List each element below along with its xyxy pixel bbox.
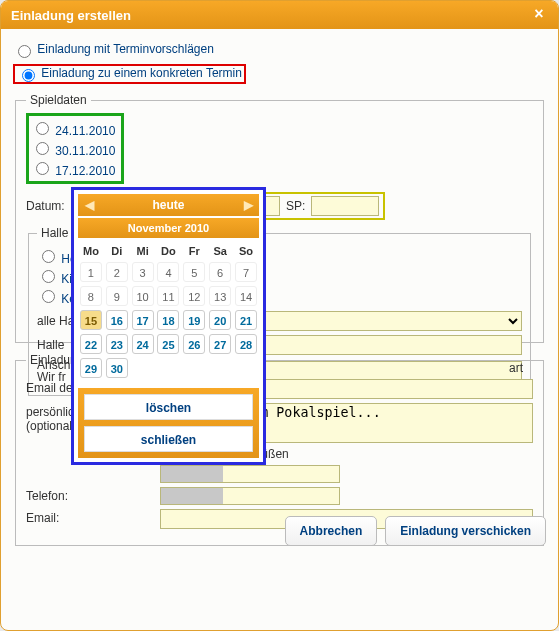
day-14[interactable]: 14 xyxy=(235,286,257,306)
day-19[interactable]: 19 xyxy=(183,310,205,330)
halle-legend: Halle xyxy=(37,226,72,240)
day-11[interactable]: 11 xyxy=(157,286,179,306)
cancel-button[interactable]: Abbrechen xyxy=(285,516,378,546)
day-15[interactable]: 15 xyxy=(80,310,102,330)
day-23[interactable]: 23 xyxy=(106,334,128,354)
calendar: MoDiMiDoFrSaSo 1234567891011121314151617… xyxy=(78,242,259,380)
day-22[interactable]: 22 xyxy=(80,334,102,354)
datepicker-button-row: löschen schließen xyxy=(78,388,259,458)
day-26[interactable]: 26 xyxy=(183,334,205,354)
datum-label: Datum: xyxy=(26,199,65,213)
signature-progress xyxy=(160,465,340,483)
day-8[interactable]: 8 xyxy=(80,286,102,306)
option-concrete-radio[interactable] xyxy=(22,69,35,82)
option-suggestions-label: Einladung mit Terminvorschlägen xyxy=(37,42,214,56)
telefon-label: Telefon: xyxy=(26,487,154,503)
datepicker-heute-bar: ◀ heute ▶ xyxy=(78,194,259,216)
sp-input[interactable] xyxy=(311,196,379,216)
dialog-buttons: Abbrechen Einladung verschicken xyxy=(285,516,546,546)
day-21[interactable]: 21 xyxy=(235,310,257,330)
weekday-Di: Di xyxy=(104,242,130,260)
day-9[interactable]: 9 xyxy=(106,286,128,306)
option-concrete-label: Einladung zu einem konkreten Termin xyxy=(41,66,242,80)
day-3[interactable]: 3 xyxy=(132,262,154,282)
day-4[interactable]: 4 xyxy=(157,262,179,282)
day-16[interactable]: 16 xyxy=(106,310,128,330)
date-option-1[interactable]: 30.11.2010 xyxy=(31,139,115,158)
date-options-box: 24.11.2010 30.11.2010 17.12.2010 xyxy=(26,113,124,184)
close-icon[interactable]: × xyxy=(530,6,548,24)
datepicker-prev-icon[interactable]: ◀ xyxy=(80,194,98,216)
day-17[interactable]: 17 xyxy=(132,310,154,330)
send-button[interactable]: Einladung verschicken xyxy=(385,516,546,546)
datepicker-delete-button[interactable]: löschen xyxy=(84,394,253,420)
halle-opt-right: ule xyxy=(237,246,522,260)
day-18[interactable]: 18 xyxy=(157,310,179,330)
day-10[interactable]: 10 xyxy=(132,286,154,306)
option-concrete[interactable]: Einladung zu einem konkreten Termin xyxy=(13,64,246,84)
datepicker-close-button[interactable]: schließen xyxy=(84,426,253,452)
day-13[interactable]: 13 xyxy=(209,286,231,306)
sp-label: SP: xyxy=(286,199,305,213)
date-option-0[interactable]: 24.11.2010 xyxy=(31,119,115,138)
day-28[interactable]: 28 xyxy=(235,334,257,354)
calendar-body: 1234567891011121314151617181920212223242… xyxy=(78,260,259,380)
datepicker-next-icon[interactable]: ▶ xyxy=(239,194,257,216)
day-5[interactable]: 5 xyxy=(183,262,205,282)
email2-label: Email: xyxy=(26,509,154,525)
option-suggestions-radio[interactable] xyxy=(18,45,31,58)
weekday-So: So xyxy=(233,242,259,260)
day-12[interactable]: 12 xyxy=(183,286,205,306)
datepicker-month: November 2010 xyxy=(78,218,259,238)
window-title: Einladung erstellen xyxy=(11,8,131,23)
day-7[interactable]: 7 xyxy=(235,262,257,282)
day-20[interactable]: 20 xyxy=(209,310,231,330)
day-6[interactable]: 6 xyxy=(209,262,231,282)
day-25[interactable]: 25 xyxy=(157,334,179,354)
day-2[interactable]: 2 xyxy=(106,262,128,282)
weekday-Fr: Fr xyxy=(181,242,207,260)
spieldaten-legend: Spieldaten xyxy=(26,93,91,107)
telefon-progress xyxy=(160,487,340,505)
titlebar: Einladung erstellen × xyxy=(1,1,558,29)
weekday-Mi: Mi xyxy=(130,242,156,260)
day-29[interactable]: 29 xyxy=(80,358,102,378)
dialog-body: Einladung mit Terminvorschlägen Einladun… xyxy=(1,29,558,558)
calendar-head-row: MoDiMiDoFrSaSo xyxy=(78,242,259,260)
day-30[interactable]: 30 xyxy=(106,358,128,378)
weekday-Do: Do xyxy=(156,242,182,260)
datepicker: ◀ heute ▶ November 2010 MoDiMiDoFrSaSo 1… xyxy=(71,187,266,465)
day-27[interactable]: 27 xyxy=(209,334,231,354)
day-1[interactable]: 1 xyxy=(80,262,102,282)
datepicker-heute-label[interactable]: heute xyxy=(152,198,184,212)
date-option-2[interactable]: 17.12.2010 xyxy=(31,159,115,178)
weekday-Mo: Mo xyxy=(78,242,104,260)
dialog: Einladung erstellen × Einladung mit Term… xyxy=(0,0,559,631)
option-suggestions[interactable]: Einladung mit Terminvorschlägen xyxy=(13,42,546,58)
weekday-Sa: Sa xyxy=(207,242,233,260)
day-24[interactable]: 24 xyxy=(132,334,154,354)
